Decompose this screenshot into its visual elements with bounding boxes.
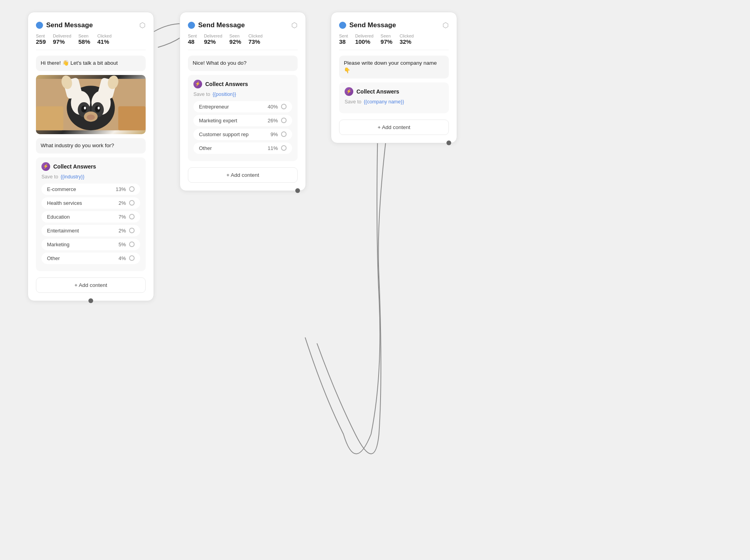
card-1-status-dot [36,22,43,29]
stat-delivered-3: Delivered 100% [355,34,373,45]
connector-dot-2 [295,188,300,193]
connector-dot-1 [88,298,93,303]
save-to-var-3[interactable]: {{company name}} [364,99,404,105]
card-2: Send Message ⬡ Sent 48 Delivered 92% See… [180,12,306,191]
svg-rect-19 [118,106,146,130]
radio-ecommerce[interactable] [129,186,135,192]
dog-image [36,75,146,134]
collect-answers-1: ⚡ Collect Answers Save to {{industry}} E… [36,157,146,271]
svg-point-8 [81,105,87,112]
message-bubble-card2: Nice! What do you do? [188,56,298,71]
stat-clicked-2: Clicked 73% [248,34,262,45]
option-entertainment: Entertainment 2% [41,225,140,236]
card-1-header: Send Message ⬡ [36,21,146,30]
radio-education[interactable] [129,214,135,219]
svg-point-10 [84,107,86,109]
option-health: Health services 2% [41,197,140,209]
radio-customer-support[interactable] [281,131,287,137]
option-marketing: Marketing 5% [41,239,140,250]
option-entrepreneur: Entrepreneur 40% [193,101,292,112]
save-to-var-1[interactable]: {{industry}} [60,174,84,180]
stat-seen-1: Seen 58% [79,34,90,45]
collect-title-3: Collect Answers [356,88,399,95]
stat-clicked-1: Clicked 41% [98,34,112,45]
stat-sent-1: Sent 259 [36,34,46,45]
stat-seen-2: Seen 92% [229,34,241,45]
collect-header-1: ⚡ Collect Answers [41,162,140,171]
connector-dot-3 [446,140,451,145]
save-to-row-1: Save to {{industry}} [41,174,140,180]
collect-header-2: ⚡ Collect Answers [193,80,292,88]
svg-point-9 [95,105,100,112]
add-content-btn-3[interactable]: + Add content [339,120,449,135]
card-3-header: Send Message ⬡ [339,21,449,30]
option-other-2: Other 11% [193,142,292,154]
option-education: Education 7% [41,211,140,223]
stat-seen-3: Seen 97% [381,34,392,45]
radio-health[interactable] [129,200,135,206]
card-2-status-dot [188,22,195,29]
card-3-stats: Sent 38 Delivered 100% Seen 97% Clicked … [339,34,449,50]
radio-marketing[interactable] [129,242,135,247]
collect-icon-1: ⚡ [41,162,50,171]
radio-other-1[interactable] [129,255,135,261]
card-2-header: Send Message ⬡ [188,21,298,30]
collect-header-3: ⚡ Collect Answers [345,87,443,96]
card-2-title-row: Send Message [188,21,245,29]
message-bubble-card3: Please write down your company name 👇 [339,56,449,79]
card-3-title: Send Message [349,21,396,29]
collect-answers-2: ⚡ Collect Answers Save to {{position}} E… [188,75,298,161]
card-1-stats: Sent 259 Delivered 97% Seen 58% Clicked … [36,34,146,50]
radio-entertainment[interactable] [129,228,135,233]
collect-title-2: Collect Answers [205,81,248,87]
svg-point-11 [98,107,99,109]
card-1: Send Message ⬡ Sent 259 Delivered 97% Se… [28,12,154,301]
card-3-status-dot [339,22,346,29]
message-bubble-1: Hi there! 👋 Let's talk a bit about [36,56,146,71]
collect-icon-3: ⚡ [345,87,353,96]
message-bubble-2: What industry do you work for? [36,138,146,154]
collect-title-1: Collect Answers [53,163,96,170]
option-other-1: Other 4% [41,253,140,264]
card-3-tag-icon[interactable]: ⬡ [442,21,449,30]
stat-clicked-3: Clicked 32% [399,34,414,45]
stat-sent-3: Sent 38 [339,34,348,45]
stat-delivered-1: Delivered 97% [53,34,71,45]
save-to-row-2: Save to {{position}} [193,92,292,97]
card-1-title: Send Message [46,21,93,29]
card-1-tag-icon[interactable]: ⬡ [139,21,146,30]
add-content-btn-1[interactable]: + Add content [36,277,146,293]
card-2-tag-icon[interactable]: ⬡ [291,21,298,30]
card-3: Send Message ⬡ Sent 38 Delivered 100% Se… [331,12,457,143]
svg-rect-18 [36,106,64,130]
radio-other-2[interactable] [281,145,287,151]
card-3-title-row: Send Message [339,21,396,29]
collect-answers-3: ⚡ Collect Answers Save to {{company name… [339,82,449,113]
stat-delivered-2: Delivered 92% [204,34,222,45]
option-ecommerce: E-commerce 13% [41,184,140,195]
radio-marketing-expert[interactable] [281,118,287,123]
add-content-btn-2[interactable]: + Add content [188,167,298,183]
svg-point-13 [87,114,95,120]
option-marketing-expert: Marketing expert 26% [193,115,292,126]
card-2-stats: Sent 48 Delivered 92% Seen 92% Clicked 7… [188,34,298,50]
card-2-title: Send Message [198,21,245,29]
save-to-var-2[interactable]: {{position}} [212,92,236,97]
canvas: Send Message ⬡ Sent 259 Delivered 97% Se… [0,0,750,560]
stat-sent-2: Sent 48 [188,34,197,45]
card-1-title-row: Send Message [36,21,93,29]
option-customer-support: Customer support rep 9% [193,129,292,140]
save-to-row-3: Save to {{company name}} [345,99,443,105]
radio-entrepreneur[interactable] [281,104,287,109]
collect-icon-2: ⚡ [193,80,202,88]
